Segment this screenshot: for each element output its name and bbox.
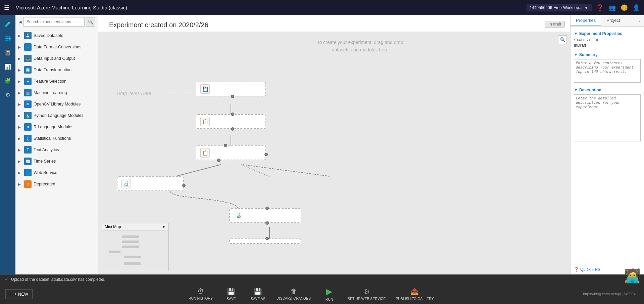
sidebar-item-settings[interactable]: ⚙ bbox=[1, 88, 14, 101]
run-history-button[interactable]: ⏱ RUN HISTORY bbox=[189, 288, 213, 300]
canvas-node-3[interactable]: 📋 bbox=[196, 145, 266, 160]
search-input[interactable] bbox=[23, 17, 85, 27]
module-item-feature-selection[interactable]: ▶ ✦ Feature Selection bbox=[15, 76, 98, 87]
sidebar-item-notebooks[interactable]: 📓 bbox=[1, 46, 14, 59]
arrow-data-input: ▶ bbox=[18, 57, 22, 60]
module-item-saved-datasets[interactable]: ▶ 💾 Saved Datasets bbox=[15, 30, 98, 41]
label-opencv: OpenCV Library Modules bbox=[34, 102, 81, 106]
mini-map-node-2 bbox=[122, 241, 139, 243]
description-label: Description bbox=[579, 88, 601, 92]
module-item-python[interactable]: ▶ 🐍 Python Language Modules bbox=[15, 110, 98, 121]
canvas-node-6[interactable] bbox=[229, 238, 301, 244]
description-collapse-icon[interactable]: ▼ bbox=[574, 88, 578, 92]
node5-top-dot[interactable] bbox=[265, 207, 269, 210]
module-item-time-series[interactable]: ▶ 📈 Time Series bbox=[15, 156, 98, 167]
module-panel: ◀ 🔍 ▶ 💾 Saved Datasets ▶ ↔ Data Format C… bbox=[15, 15, 98, 274]
label-statistical: Statistical Functions bbox=[34, 136, 71, 141]
collapse-panel-arrow[interactable]: ◀ bbox=[18, 19, 22, 25]
experiment-title[interactable]: Experiment created on 2020/2/26 bbox=[104, 18, 545, 30]
mini-map-chevron[interactable]: ▼ bbox=[162, 224, 166, 229]
node3-top-dot[interactable] bbox=[224, 144, 227, 147]
module-item-data-transform[interactable]: ▶ 🔄 Data Transformation bbox=[15, 64, 98, 76]
status-message: Upload of the dataset 'adult.data.csv' h… bbox=[11, 277, 105, 282]
workspace-selector[interactable]: 1449550206-Free-Worksop... ▼ bbox=[527, 4, 592, 11]
label-saved-datasets: Saved Datasets bbox=[34, 33, 63, 38]
save-button[interactable]: 💾 SAVE bbox=[223, 288, 240, 301]
module-panel-header: ◀ 🔍 bbox=[15, 15, 98, 29]
node3-right-dot[interactable] bbox=[264, 153, 268, 156]
canvas-zoom-button[interactable]: 🔍 bbox=[558, 35, 567, 44]
collapse-icon[interactable]: ▼ bbox=[574, 31, 578, 36]
workspace-chevron: ▼ bbox=[584, 5, 588, 10]
publish-gallery-icon: 📤 bbox=[410, 288, 419, 296]
module-item-deprecated[interactable]: ▶ ⚠ Deprecated bbox=[15, 178, 98, 190]
node2-top-dot[interactable] bbox=[231, 113, 234, 116]
quick-help-section[interactable]: ❓ Quick Help ∨ bbox=[571, 264, 644, 274]
node1-bottom-dot[interactable] bbox=[231, 95, 234, 98]
status-bar: ✓ Upload of the dataset 'adult.data.csv'… bbox=[0, 274, 644, 284]
canvas-node-5[interactable]: 🔬 bbox=[229, 208, 301, 223]
mini-map: Mini Map ▼ bbox=[102, 223, 169, 271]
label-data-transform: Data Transformation bbox=[34, 68, 71, 72]
node4-right-dot[interactable] bbox=[182, 184, 186, 187]
summary-textarea[interactable] bbox=[574, 59, 641, 83]
tab-project[interactable]: Project bbox=[601, 15, 625, 26]
search-button[interactable]: 🔍 bbox=[86, 17, 95, 27]
smiley-icon[interactable]: 😊 bbox=[621, 4, 628, 11]
tab-properties[interactable]: Properties bbox=[571, 15, 601, 26]
node6-top-dot[interactable] bbox=[265, 237, 269, 240]
label-web-service: Web Service bbox=[34, 170, 57, 175]
sidebar-item-webservices[interactable]: 🌐 bbox=[1, 32, 14, 45]
hamburger-icon[interactable]: ☰ bbox=[4, 4, 9, 11]
sidebar-item-models[interactable]: 🧩 bbox=[1, 74, 14, 87]
canvas-node-4[interactable]: 🔬 bbox=[117, 176, 184, 191]
save-as-button[interactable]: 💾 SAVE AS bbox=[250, 288, 266, 301]
sidebar-item-experiments[interactable]: 🧪 bbox=[1, 18, 14, 31]
label-python: Python Language Modules bbox=[34, 113, 84, 118]
module-item-opencv[interactable]: ▶ 👁 OpenCV Library Modules bbox=[15, 98, 98, 110]
node1-icon: 💾 bbox=[200, 84, 210, 94]
node3-bottom-left-dot[interactable] bbox=[217, 159, 220, 162]
canvas-hint-line1: To create your experiment, drag and drop bbox=[317, 39, 403, 46]
publish-gallery-button[interactable]: 📤 PUBLISH TO GALLERY bbox=[396, 288, 434, 301]
app-title: Microsoft Azure Machine Learning Studio … bbox=[15, 5, 523, 10]
publish-gallery-label: PUBLISH TO GALLERY bbox=[396, 297, 434, 301]
icon-web-service: 🌐 bbox=[24, 169, 32, 176]
canvas-body[interactable]: To create your experiment, drag and drop… bbox=[98, 32, 570, 274]
workspace-name: 1449550206-Free-Worksop... bbox=[530, 5, 583, 10]
sidebar-item-datasets[interactable]: 📊 bbox=[1, 60, 14, 73]
new-button[interactable]: + + NEW bbox=[5, 289, 33, 299]
run-button[interactable]: ▶ RUN bbox=[321, 287, 338, 301]
arrow-text-analytics: ▶ bbox=[18, 148, 22, 152]
summary-collapse-icon[interactable]: ▼ bbox=[574, 52, 578, 57]
props-panel-expand[interactable]: › bbox=[636, 15, 644, 26]
run-history-label: RUN HISTORY bbox=[189, 296, 213, 300]
module-item-data-format[interactable]: ▶ ↔ Data Format Conversions bbox=[15, 41, 98, 53]
module-item-r-language[interactable]: ▶ R R Language Modules bbox=[15, 121, 98, 133]
users-icon[interactable]: 👥 bbox=[608, 4, 616, 11]
setup-web-service-label: SET UP WEB SERVICE bbox=[348, 297, 386, 301]
run-history-icon: ⏱ bbox=[197, 288, 204, 295]
node5-icon: 🔬 bbox=[234, 211, 243, 220]
label-time-series: Time Series bbox=[34, 159, 56, 164]
node5-bottom-dot[interactable] bbox=[265, 221, 269, 225]
avatar-icon[interactable]: 👤 bbox=[633, 4, 640, 11]
module-item-data-input[interactable]: ▶ 📥 Data Input and Output bbox=[15, 53, 98, 64]
canvas-node-1[interactable]: 💾 bbox=[196, 82, 266, 96]
label-machine-learning: Machine Learning bbox=[34, 90, 67, 95]
node2-bottom-dot[interactable] bbox=[231, 127, 234, 131]
description-textarea[interactable] bbox=[574, 94, 641, 141]
module-item-text-analytics[interactable]: ▶ T Text Analytics bbox=[15, 144, 98, 156]
module-item-web-service[interactable]: ▶ 🌐 Web Service bbox=[15, 167, 98, 178]
help-icon[interactable]: ❓ bbox=[596, 4, 604, 11]
module-item-machine-learning[interactable]: ▶ 🤖 Machine Learning bbox=[15, 87, 98, 98]
main-layout: 🧪 🌐 📓 📊 🧩 ⚙ ◀ 🔍 ▶ 💾 Saved Datasets ▶ ↔ D… bbox=[0, 15, 644, 274]
new-label: + NEW bbox=[14, 292, 29, 297]
module-item-statistical[interactable]: ▶ ∑ Statistical Functions bbox=[15, 133, 98, 144]
arrow-data-transform: ▶ bbox=[18, 68, 22, 72]
discard-button[interactable]: 🗑 DISCARD CHANGES bbox=[277, 288, 311, 300]
icon-python: 🐍 bbox=[24, 112, 32, 119]
canvas-node-2[interactable]: 📋 bbox=[196, 114, 266, 129]
mini-map-node-6 bbox=[124, 262, 141, 265]
setup-web-service-button[interactable]: ⚙ SET UP WEB SERVICE bbox=[348, 288, 386, 301]
